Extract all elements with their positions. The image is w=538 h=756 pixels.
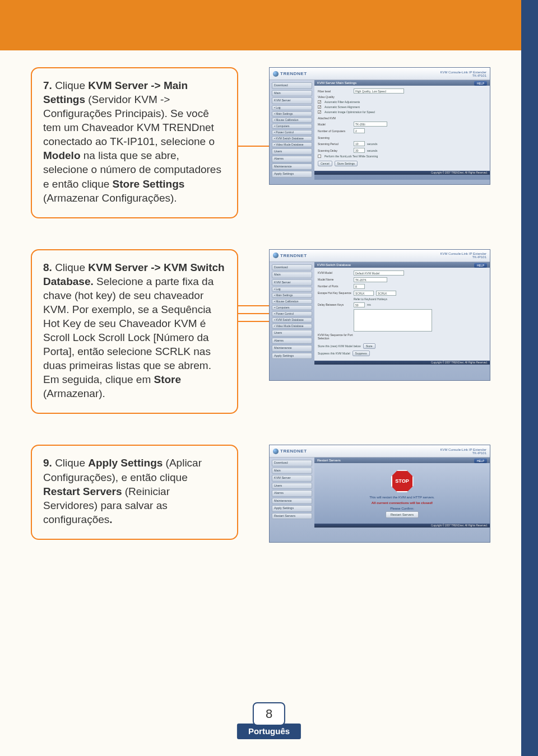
side-item[interactable]: Restart Servers <box>272 513 312 520</box>
side-subitem[interactable]: • Main Settings <box>272 293 312 298</box>
side-item[interactable]: Alarms <box>272 490 312 497</box>
side-item[interactable]: KVM Server <box>272 279 312 286</box>
side-item[interactable]: Main <box>272 90 312 97</box>
side-item[interactable]: Apply Settings <box>272 505 312 512</box>
suppress-button[interactable]: Suppress <box>353 351 370 356</box>
side-subitem[interactable]: • Log <box>272 105 312 110</box>
side-subitem[interactable]: • KVM Switch Database <box>272 318 312 323</box>
store-button[interactable]: Store <box>363 343 375 349</box>
side-subitem[interactable]: • Video Mode Database <box>272 324 312 329</box>
key-sequence-list[interactable] <box>354 309 432 332</box>
side-item[interactable]: Maintenance <box>272 164 312 170</box>
step-8-card: 8. Clique KVM Server -> KVM Switch Datab… <box>31 249 238 414</box>
checkbox[interactable] <box>318 155 321 158</box>
side-item[interactable]: Users <box>272 148 312 155</box>
cancel-button[interactable]: Cancel <box>318 161 332 166</box>
label: Model Name <box>318 278 351 281</box>
ports-input[interactable]: 8 <box>354 284 365 289</box>
side-subitem[interactable]: • Video Mode Database <box>272 142 312 147</box>
side-subitem[interactable]: • Computers <box>272 305 312 310</box>
side-subitem[interactable]: • Power Control <box>272 311 312 316</box>
label: Suppress this KVM Model <box>318 352 350 355</box>
check-label: Automatic Filter Adjustments <box>324 100 360 104</box>
kvm-model-select[interactable]: Default KVM Model <box>354 270 404 276</box>
side-item[interactable]: Download <box>272 460 312 466</box>
unit: seconds <box>367 142 378 146</box>
label: Store this (new) KVM Model below <box>318 344 361 348</box>
help-button[interactable]: HELP <box>474 459 487 463</box>
brand-logo: TRENDNET <box>273 71 307 77</box>
confirm-label: Please Confirm: <box>318 506 486 511</box>
thumb-sidebar: Download Main KVM Server • Log • Main Se… <box>270 80 314 180</box>
side-item[interactable]: Download <box>272 264 312 271</box>
t: Modelo <box>43 150 81 161</box>
thumb-sidebar: Download Main KVM Server • Log • Main Se… <box>270 262 314 365</box>
label: Scanning Delay <box>318 149 351 152</box>
side-item[interactable]: Maintenance <box>272 498 312 505</box>
model-select[interactable]: TK-206i <box>354 122 387 127</box>
checkbox[interactable] <box>318 105 321 109</box>
help-button[interactable]: HELP <box>474 81 487 86</box>
right-blue-band <box>521 0 538 756</box>
check-label: Perform the NumLock Test While Scanning <box>324 155 378 158</box>
escape-select-b[interactable]: SCRLK <box>376 291 396 296</box>
t: (Armazenar Configurações). <box>43 192 177 204</box>
globe-icon <box>273 449 279 454</box>
screenshot-7: TRENDNET KVM Console-Link IP ExtenderTK-… <box>269 67 490 185</box>
delay-input[interactable]: 50 <box>354 302 365 307</box>
store-settings-button[interactable]: Store Settings <box>335 161 358 166</box>
side-item[interactable]: Apply Settings <box>272 171 312 178</box>
label: Number of Computers <box>318 129 351 133</box>
section-label: KVM Key Sequence for Port Selection <box>318 333 357 340</box>
side-item[interactable]: Download <box>272 82 312 89</box>
side-item[interactable]: Main <box>272 468 312 474</box>
escape-select-a[interactable]: SCRLK <box>354 291 374 296</box>
step-num: 8. <box>43 262 52 273</box>
side-subitem[interactable]: • Mouse Calibration <box>272 118 312 123</box>
unit: seconds <box>367 149 378 152</box>
thumb-header: TRENDNET KVM Console-Link IP ExtenderTK-… <box>270 445 490 458</box>
side-item[interactable]: Alarms <box>272 338 312 344</box>
thumb-header: TRENDNET KVM Console-Link IP ExtenderTK-… <box>270 250 490 262</box>
side-item[interactable]: Maintenance <box>272 345 312 352</box>
step-7-card: 7. Clique KVM Server -> Main Settings (S… <box>31 67 238 218</box>
side-item[interactable]: Alarms <box>272 156 312 162</box>
page-language: Português <box>237 724 301 739</box>
side-subitem[interactable]: • Main Settings <box>272 111 312 116</box>
side-subitem[interactable]: • Log <box>272 287 312 292</box>
restart-servers-button[interactable]: Restart Servers <box>386 511 419 518</box>
stop-icon: STOP <box>391 470 414 492</box>
screenshot-9: TRENDNET KVM Console-Link IP ExtenderTK-… <box>269 445 490 543</box>
model-name-input[interactable]: TK-207K <box>354 277 387 282</box>
side-item[interactable]: Main <box>272 272 312 278</box>
side-item[interactable]: Apply Settings <box>272 353 312 360</box>
step-row-7: 7. Clique KVM Server -> Main Settings (S… <box>31 67 490 218</box>
side-subitem[interactable]: • Computers <box>272 124 312 129</box>
step-9-card: 9. Clique Apply Settings (Aplicar Config… <box>31 445 238 539</box>
checkbox[interactable] <box>318 110 321 114</box>
t: . <box>109 514 112 525</box>
check-label: Automatic Image Optimization for Speed <box>324 110 375 114</box>
side-item[interactable]: KVM Server <box>272 475 312 482</box>
label: Scanning Period <box>318 142 351 146</box>
thumb-footer: Copyright © 2007 TRENDnet. All Rights Re… <box>314 171 490 175</box>
numcomp-input[interactable]: 2 <box>354 128 365 133</box>
label: Fiber level <box>318 90 351 93</box>
fiber-select[interactable]: High Quality, Low Speed <box>354 88 404 94</box>
side-item[interactable]: KVM Server <box>272 97 312 104</box>
brand-logo: TRENDNET <box>273 253 307 258</box>
help-button[interactable]: HELP <box>474 263 487 268</box>
side-item[interactable]: Users <box>272 483 312 489</box>
delay-input[interactable]: 30 <box>354 148 365 153</box>
period-input[interactable]: 10 <box>354 141 365 146</box>
globe-icon <box>273 71 279 77</box>
checkbox[interactable] <box>318 100 321 104</box>
thumb-footer: Copyright © 2007 TRENDnet. All Rights Re… <box>314 361 490 365</box>
side-subitem[interactable]: • Power Control <box>272 130 312 135</box>
side-subitem[interactable]: • KVM Switch Database <box>272 136 312 141</box>
side-subitem[interactable]: • Mouse Calibration <box>272 299 312 304</box>
label: Model <box>318 123 351 126</box>
screenshot-8: TRENDNET KVM Console-Link IP ExtenderTK-… <box>269 249 490 381</box>
warning-text: This will restart the KVM and HTTP serve… <box>318 494 486 500</box>
side-item[interactable]: Users <box>272 330 312 337</box>
